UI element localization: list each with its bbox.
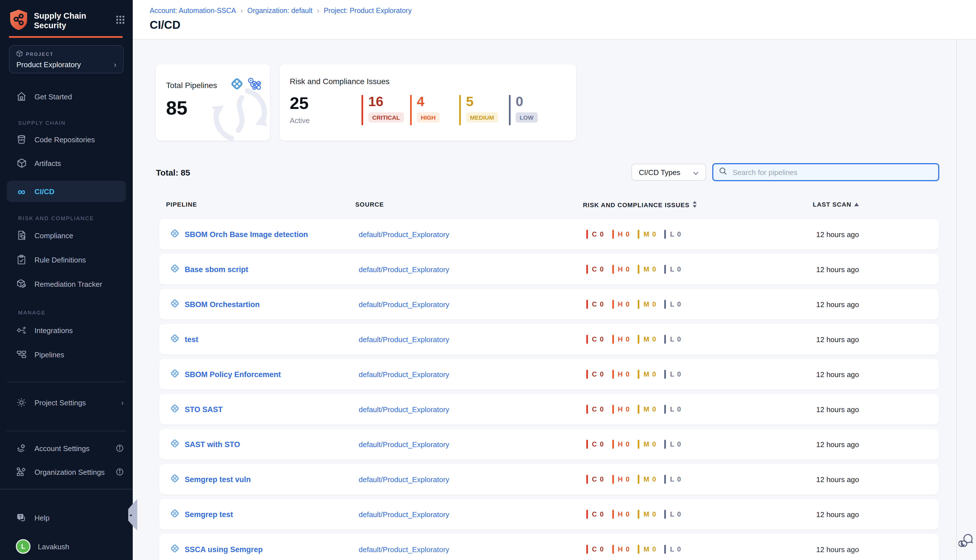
app-grid-icon[interactable]	[116, 15, 125, 27]
pipeline-name-link[interactable]: STO SAST	[185, 405, 223, 413]
sidebar-item-compliance[interactable]: Compliance	[7, 225, 126, 246]
risk-severity-bar	[586, 440, 588, 449]
sidebar-item-pipelines[interactable]: Pipelines	[7, 344, 126, 365]
pipeline-diamond-icon	[169, 438, 180, 451]
severity-badge: MEDIUM	[466, 112, 498, 122]
gear-icon	[16, 397, 27, 408]
risk-issue-counts: C 0H 0M 0L 0	[586, 324, 686, 355]
section-risk-compliance: RISK AND COMPLIANCE	[18, 215, 94, 221]
sidebar-item-get-started[interactable]: Get Started	[7, 86, 126, 107]
risk-severity-bar	[612, 265, 614, 274]
column-last-scan[interactable]: LAST SCAN	[813, 201, 859, 208]
sidebar-item-help[interactable]: ? Help	[7, 507, 126, 528]
risk-severity-count: C 0	[592, 440, 604, 448]
risk-severity-count: L 0	[670, 335, 681, 343]
pipeline-name-link[interactable]: SSCA using Semgrep	[185, 545, 263, 553]
severity-bar	[509, 95, 511, 125]
pipeline-name-link[interactable]: SBOM Policy Enforcement	[185, 370, 281, 378]
risk-severity-bar	[586, 405, 588, 414]
table-row[interactable]: Base sbom script default/Product_Explora…	[159, 254, 939, 285]
pipeline-source-link[interactable]: default/Product_Exploratory	[359, 475, 449, 483]
pipeline-source-link[interactable]: default/Product_Exploratory	[359, 545, 449, 553]
breadcrumb-organization[interactable]: Organization: default	[247, 7, 313, 15]
pipeline-source-link[interactable]: default/Product_Exploratory	[359, 440, 449, 448]
table-row[interactable]: Semgrep test vuln default/Product_Explor…	[159, 464, 939, 495]
pipeline-source-link[interactable]: default/Product_Exploratory	[359, 335, 449, 343]
severity-high: 4 HIGH	[410, 95, 440, 125]
pipeline-name-link[interactable]: SBOM Orch Base Image detection	[185, 230, 308, 238]
pipeline-diamond-icon	[169, 508, 180, 521]
pipeline-source-link[interactable]: default/Product_Exploratory	[359, 370, 449, 378]
table-row[interactable]: SBOM Orch Base Image detection default/P…	[159, 219, 939, 250]
accent-divider	[9, 36, 123, 38]
sidebar-item-integrations[interactable]: Integrations	[7, 320, 126, 341]
risk-severity-count: M 0	[644, 545, 657, 553]
risk-severity-bar	[664, 335, 666, 344]
table-row[interactable]: STO SAST default/Product_Exploratory C 0…	[159, 394, 939, 425]
table-row[interactable]: SSCA using Semgrep default/Product_Explo…	[159, 534, 939, 560]
sidebar-item-project-settings[interactable]: Project Settings ›	[7, 392, 126, 413]
pipelines-icon	[16, 350, 27, 359]
cicd-types-dropdown[interactable]: CI/CD Types	[631, 164, 706, 181]
sidebar-item-account-settings[interactable]: Account Settings	[7, 438, 126, 459]
risk-severity-bar	[586, 335, 588, 344]
sidebar: Supply ChainSecurity	[0, 0, 133, 560]
integrations-icon	[16, 325, 27, 335]
table-header: PIPELINE SOURCE RISK AND COMPLIANCE ISSU…	[156, 201, 957, 210]
shield-logo-icon	[9, 9, 28, 33]
breadcrumb-separator: ›	[317, 7, 319, 15]
risk-severity-bar	[664, 300, 666, 309]
pipeline-name-link[interactable]: Semgrep test	[185, 510, 233, 518]
risk-severity-count: H 0	[617, 300, 630, 308]
breadcrumb-project[interactable]: Project: Product Exploratory	[324, 7, 412, 15]
pipeline-diamond-icon	[169, 403, 180, 416]
pipeline-name-link[interactable]: test	[185, 335, 198, 343]
pipeline-source-link[interactable]: default/Product_Exploratory	[359, 510, 449, 518]
risk-issue-counts: C 0H 0M 0L 0	[586, 394, 686, 425]
pipeline-source-link[interactable]: default/Product_Exploratory	[359, 300, 449, 308]
info-icon[interactable]	[116, 444, 124, 452]
app-logo: Supply ChainSecurity	[9, 8, 125, 34]
last-scan-value: 12 hours ago	[816, 335, 859, 343]
risk-severity-bar	[664, 510, 666, 519]
column-risk-issues[interactable]: RISK AND COMPLIANCE ISSUES	[583, 201, 697, 209]
table-row[interactable]: test default/Product_Exploratory C 0H 0M…	[159, 324, 939, 355]
cube-icon	[17, 50, 23, 58]
sidebar-item-code-repositories[interactable]: Code Repositories	[7, 129, 126, 150]
pipeline-source-link[interactable]: default/Product_Exploratory	[359, 405, 449, 413]
sidebar-item-rule-definitions[interactable]: Rule Definitions	[7, 249, 126, 270]
last-scan-value: 12 hours ago	[816, 440, 859, 448]
sidebar-item-remediation-tracker[interactable]: Remediation Tracker	[7, 273, 126, 295]
table-row[interactable]: SBOM Policy Enforcement default/Product_…	[159, 359, 939, 390]
table-row[interactable]: SAST with STO default/Product_Explorator…	[159, 429, 939, 460]
sidebar-item-artifacts[interactable]: Artifacts	[7, 152, 126, 174]
risk-severity-bar	[586, 370, 588, 379]
severity-bar	[410, 95, 412, 125]
risk-severity-count: H 0	[617, 545, 630, 553]
user-name: Lavakush	[38, 542, 69, 551]
pipeline-source-link[interactable]: default/Product_Exploratory	[359, 265, 449, 273]
risk-severity-count: C 0	[592, 475, 604, 483]
severity-badge: CRITICAL	[368, 112, 404, 122]
risk-severity-bar	[612, 510, 614, 519]
user-menu[interactable]: L Lavakush	[7, 536, 126, 557]
search-input[interactable]	[731, 167, 933, 177]
sidebar-item-cicd[interactable]: ∞ CI/CD	[7, 181, 126, 202]
pipeline-name-link[interactable]: SAST with STO	[185, 440, 240, 448]
risk-severity-bar	[612, 230, 614, 239]
pipeline-diamond-icon	[169, 368, 180, 381]
pipeline-source-link[interactable]: default/Product_Exploratory	[359, 230, 449, 238]
project-selector[interactable]: PROJECT Product Exploratory ›	[9, 45, 124, 73]
pipeline-name-link[interactable]: Base sbom script	[185, 265, 248, 273]
pipeline-name-link[interactable]: Semgrep test vuln	[185, 475, 251, 483]
table-row[interactable]: Semgrep test default/Product_Exploratory…	[159, 499, 939, 530]
table-row[interactable]: SBOM Orchestartion default/Product_Explo…	[159, 289, 939, 320]
chevron-down-icon	[693, 168, 699, 177]
sidebar-item-organization-settings[interactable]: Organization Settings	[7, 461, 126, 483]
chat-support-icon[interactable]	[958, 532, 974, 550]
pipeline-name-link[interactable]: SBOM Orchestartion	[185, 300, 260, 308]
risk-severity-bar	[612, 475, 614, 484]
breadcrumb-account[interactable]: Account: Automation-SSCA	[150, 7, 236, 15]
info-icon[interactable]	[116, 468, 124, 476]
risk-severity-count: H 0	[617, 335, 630, 343]
